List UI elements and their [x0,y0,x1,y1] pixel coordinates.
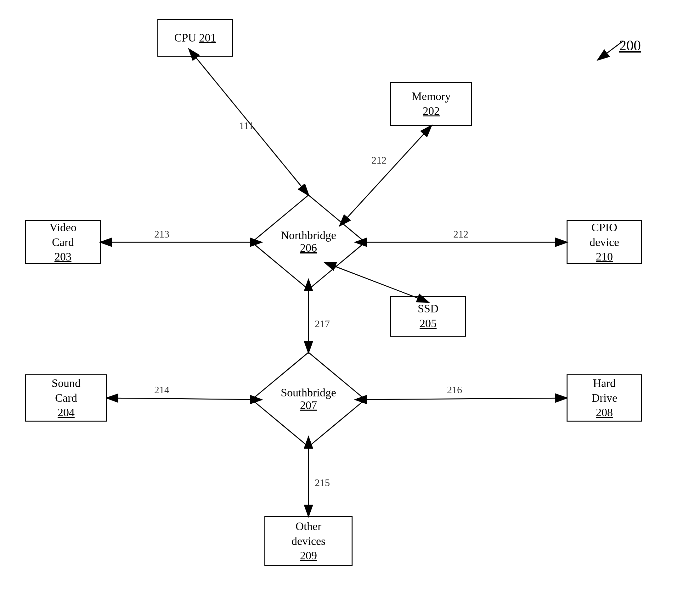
svg-text:207: 207 [300,399,317,411]
svg-text:206: 206 [300,242,317,254]
video-card-ref: 203 [54,249,71,264]
ssd-ref: 205 [420,316,437,331]
memory-label: Memory [412,89,451,104]
svg-line-11 [346,126,431,219]
sound-card-box: SoundCard 204 [25,374,107,421]
ssd-box: SSD 205 [390,296,466,337]
diagram: 200 CPU 201 Memory 202 VideoCard 203 CPI… [0,0,678,616]
ref-200-label: 200 [619,37,641,54]
svg-text:Northbridge: Northbridge [281,229,336,242]
sound-card-label: SoundCard [51,376,81,406]
cpu-ref: 201 [199,32,216,44]
svg-line-20 [107,398,252,400]
svg-line-22 [365,398,567,400]
svg-text:217: 217 [315,318,330,329]
svg-text:Southbridge: Southbridge [281,386,336,399]
svg-text:215: 215 [315,477,330,488]
hard-drive-label: HardDrive [592,376,617,406]
svg-line-9 [195,57,308,195]
cpu-box: CPU 201 [157,19,233,57]
svg-text:213: 213 [154,229,170,240]
svg-text:212: 212 [453,229,468,240]
svg-text:214: 214 [154,384,170,396]
cpio-label: CPIOdevice [590,220,619,250]
video-card-box: VideoCard 203 [25,220,101,264]
svg-text:111: 111 [239,120,254,131]
memory-box: Memory 202 [390,82,472,126]
other-devices-ref: 209 [300,548,317,563]
svg-text:216: 216 [447,384,462,396]
video-card-label: VideoCard [49,220,76,250]
memory-ref: 202 [423,104,440,119]
hard-drive-ref: 208 [596,405,613,420]
svg-text:212: 212 [371,155,386,166]
other-devices-label: Otherdevices [292,519,326,549]
ssd-label: SSD [418,301,439,316]
cpu-label: CPU 201 [174,31,216,45]
hard-drive-box: HardDrive 208 [567,374,642,421]
sound-card-ref: 204 [58,405,75,420]
other-devices-box: Otherdevices 209 [264,516,352,566]
cpio-box: CPIOdevice 210 [567,220,642,264]
northbridge-diamond [252,195,365,289]
cpio-ref: 210 [596,249,613,264]
southbridge-diamond [252,352,365,447]
